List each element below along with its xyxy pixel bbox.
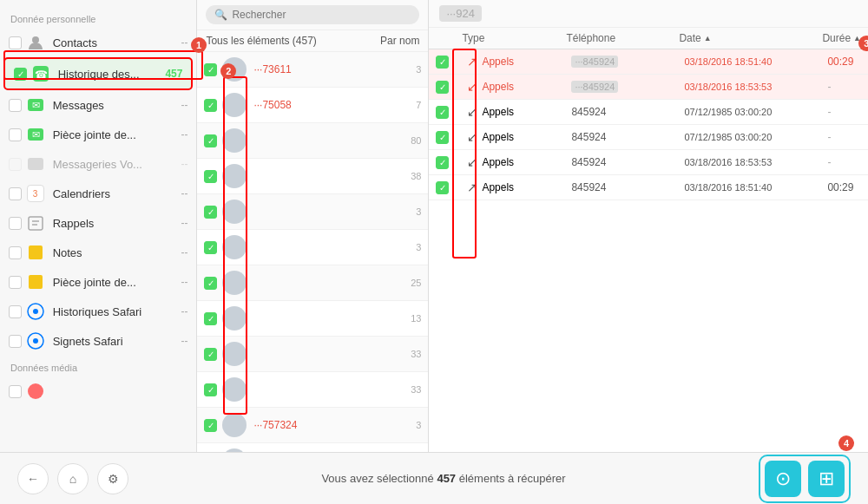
search-bar[interactable]: 🔍 [206,5,419,24]
middle-header: Tous les éléments (457) Par nom [197,30,428,52]
call-date: 03/18/2016 18:51:40 [684,56,827,67]
row-checkbox[interactable] [436,56,449,69]
row-checkbox[interactable] [204,63,217,76]
row-count: 25 [411,278,421,288]
right-row[interactable]: ↙ Appels 845924 07/12/1985 03:00:20 - [429,125,868,150]
sidebar-item-rappels[interactable]: Rappels -- [0,208,196,238]
call-in-icon: ↙ [467,130,477,144]
list-item[interactable]: 38 [197,159,428,194]
list-item[interactable]: 25 [197,265,428,301]
row-count: 3 [416,206,421,217]
row-checkbox[interactable] [204,241,217,254]
save-icon: ⊞ [819,468,834,490]
home-button[interactable]: ⌂ [57,463,89,494]
row-checkbox[interactable] [436,181,449,194]
row-checkbox[interactable] [204,134,217,147]
call-out-icon: ↗ [467,180,477,194]
settings-icon: ⚙ [108,472,119,486]
recover-to-computer-button[interactable]: ⊞ [808,461,845,497]
calendriers-checkbox[interactable] [9,187,22,200]
notes-checkbox[interactable] [9,246,22,259]
right-row[interactable]: ↗ Appels ···845924 03/18/2016 18:51:40 0… [429,49,868,75]
messages-checkbox[interactable] [9,99,22,112]
signets-checkbox[interactable] [9,335,22,348]
sidebar-item-notes[interactable]: Notes -- [0,238,196,267]
row-checkbox[interactable] [204,277,217,290]
list-item[interactable]: 3 [197,194,428,230]
home-icon: ⌂ [69,472,76,486]
row-checkbox[interactable] [436,106,449,119]
list-item[interactable]: ···H9623 10 [197,443,428,452]
historique-checkbox[interactable] [14,68,27,81]
call-type: Appels [482,81,514,93]
list-item[interactable]: ···757324 3 [197,408,428,443]
notes-count: -- [181,246,187,259]
messages-icon: ✉ [25,95,46,115]
row-checkbox[interactable] [204,312,217,325]
row-checkbox[interactable] [204,206,217,219]
row-avatar [222,200,247,224]
call-date: 03/18/2016 18:53:53 [684,82,827,92]
row-count: 3 [416,64,421,75]
right-row[interactable]: ↙ Appels ···845924 03/18/2016 18:53:53 - [429,75,868,100]
call-type: Appels [482,131,514,143]
sidebar-item-calendriers[interactable]: 3 Calendriers -- [0,179,196,208]
row-checkbox[interactable] [436,81,449,94]
settings-button[interactable]: ⚙ [97,463,128,494]
call-type: Appels [482,156,514,168]
sidebar-item-messages[interactable]: ✉ Messages -- [0,90,196,120]
sidebar-item-pieces[interactable]: ✉ Pièce jointe de... -- [0,120,196,149]
media-checkbox[interactable] [9,385,22,398]
list-item[interactable]: 13 [197,301,428,337]
sidebar-item-contacts[interactable]: Contacts -- [0,28,196,57]
sidebar-item-safari[interactable]: Historiques Safari -- [0,297,196,326]
svg-rect-7 [28,158,43,170]
call-phone: ···845924 [571,56,684,68]
list-item[interactable]: ···75058 7 [197,88,428,123]
row-checkbox[interactable] [204,348,217,361]
middle-sort[interactable]: Par nom [380,35,419,47]
row-checkbox[interactable] [204,99,217,112]
call-date: 07/12/1985 03:00:20 [684,107,827,117]
right-row[interactable]: ↗ Appels 845924 03/18/2016 18:51:40 00:2… [429,175,868,200]
list-item[interactable]: 33 [197,337,428,372]
contacts-count: -- [181,36,187,49]
list-item[interactable]: 3 [197,230,428,265]
row-count: 38 [411,171,421,181]
row-count: 33 [411,349,421,359]
row-checkbox[interactable] [204,170,217,183]
sidebar-item-historique[interactable]: ☎ Historique des... 457 [3,57,193,90]
row-checkbox[interactable] [436,131,449,144]
middle-header-left[interactable]: Tous les éléments (457) [206,35,316,47]
safari-checkbox[interactable] [9,305,22,318]
row-checkbox[interactable] [204,383,217,396]
call-phone: 845924 [571,156,684,168]
right-row[interactable]: ↙ Appels 845924 07/12/1985 03:00:20 - [429,100,868,125]
list-item[interactable]: 33 [197,372,428,408]
pieces-count: -- [181,128,187,141]
right-list: ↗ Appels ···845924 03/18/2016 18:51:40 0… [429,49,868,452]
messageries-label: Messageries Vo... [53,158,181,171]
back-button[interactable]: ← [17,463,49,494]
list-item[interactable]: 80 [197,123,428,159]
row-checkbox[interactable] [204,419,217,432]
pj2-label: Pièce jointe de... [53,276,181,289]
recover-to-device-button[interactable]: ⊙ [765,461,801,497]
row-avatar [222,306,247,331]
pieces-checkbox[interactable] [9,128,22,141]
sidebar-item-signets[interactable]: Signets Safari -- [0,326,196,356]
contacts-checkbox[interactable] [9,36,22,49]
rappels-icon [25,213,46,233]
sidebar-item-pj2[interactable]: Pièce jointe de... -- [0,267,196,297]
historique-count: 457 [165,68,182,80]
rappels-checkbox[interactable] [9,217,22,230]
row-count: 3 [416,420,421,430]
calendriers-count: -- [181,187,187,200]
right-row[interactable]: ↙ Appels 845924 03/18/2016 18:53:53 - [429,150,868,175]
pj2-checkbox[interactable] [9,276,22,289]
search-input[interactable] [232,9,411,21]
call-phone: ···845924 [571,81,684,93]
row-checkbox[interactable] [436,156,449,169]
sidebar-item-media[interactable] [0,376,196,406]
messageries-icon [25,154,46,174]
